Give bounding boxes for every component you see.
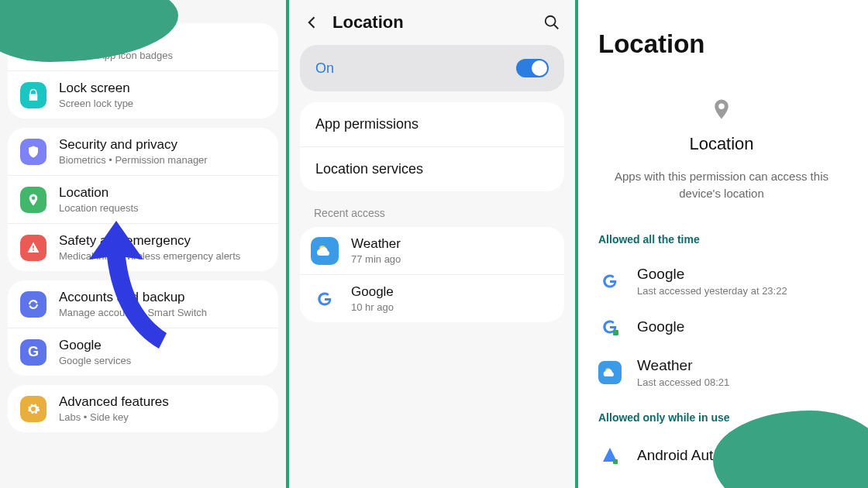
settings-item-lock-screen[interactable]: Lock screen Screen lock type — [8, 70, 278, 119]
settings-item-sub: Google services — [59, 355, 266, 366]
allowed-all-time-header: Allowed all the time — [598, 233, 845, 246]
settings-item-title: Home screen — [59, 33, 266, 48]
google-icon: G — [20, 339, 46, 366]
permission-panel: Location Location Apps with this permiss… — [578, 0, 865, 488]
location-panel: Location On App permissions Location ser… — [289, 0, 578, 488]
recent-access-item[interactable]: Weather 77 min ago — [300, 227, 564, 274]
recent-app-name: Google — [351, 284, 394, 300]
settings-item-security[interactable]: Security and privacy Biometrics • Permis… — [8, 128, 278, 175]
permission-app-name: Android Auto — [637, 447, 722, 464]
permission-app-name: Google — [637, 318, 684, 335]
recent-access-header: Recent access — [300, 202, 564, 227]
android-auto-icon — [598, 444, 622, 467]
settings-item-safety[interactable]: Safety and emergency Medical info • Wire… — [8, 223, 278, 271]
permission-app-row[interactable]: Google Last accessed yesterday at 23:22 — [598, 256, 845, 306]
location-toggle-switch[interactable] — [516, 59, 549, 77]
settings-item-title: Advanced features — [59, 394, 266, 410]
page-title: Location — [332, 12, 542, 33]
lock-icon — [20, 82, 46, 108]
app-permissions-label: App permissions — [315, 116, 549, 132]
location-services-label: Location services — [315, 161, 549, 177]
google-app-icon — [598, 270, 622, 293]
permission-heading: Location — [598, 134, 845, 154]
svg-rect-2 — [613, 330, 618, 335]
settings-item-google[interactable]: G Google Google services — [8, 328, 278, 376]
svg-point-0 — [546, 16, 556, 26]
recent-access-item[interactable]: Google 10 hr ago — [300, 274, 564, 322]
google-app-icon — [311, 285, 339, 313]
settings-item-title: Security and privacy — [59, 137, 266, 153]
settings-item-sub: Layout • App icon badges — [59, 50, 266, 61]
pin-icon — [20, 187, 46, 213]
settings-item-sub: Biometrics • Permission manager — [59, 154, 266, 166]
settings-item-title: Accounts and backup — [59, 290, 266, 305]
permission-app-sub: Last accessed yesterday at 23:22 — [637, 285, 787, 297]
settings-panel: Home screen Layout • App icon badges Loc… — [0, 0, 289, 488]
settings-item-accounts[interactable]: Accounts and backup Manage accounts • Sm… — [8, 280, 278, 328]
settings-item-sub: Medical info • Wireless emergency alerts — [59, 250, 266, 262]
location-pin-icon — [598, 98, 845, 126]
allowed-while-in-use-header: Allowed only while in use — [598, 411, 845, 424]
recent-app-name: Weather — [351, 236, 401, 252]
search-button[interactable] — [542, 13, 561, 32]
back-button[interactable] — [303, 13, 322, 32]
sync-icon — [20, 291, 46, 318]
app-permissions-row[interactable]: App permissions — [300, 102, 564, 146]
gear-icon — [20, 396, 46, 422]
settings-item-home-screen[interactable]: Home screen Layout • App icon badges — [8, 23, 278, 70]
settings-item-sub: Screen lock type — [59, 98, 266, 109]
alert-icon — [20, 235, 46, 261]
location-on-label: On — [315, 60, 516, 77]
settings-item-sub: Manage accounts • Smart Switch — [59, 307, 266, 318]
permission-app-name: Google — [637, 266, 787, 283]
recent-app-time: 10 hr ago — [351, 301, 394, 313]
settings-item-advanced[interactable]: Advanced features Labs • Side key — [8, 385, 278, 432]
shield-icon — [20, 139, 46, 165]
home-icon — [20, 34, 46, 60]
google-app-icon — [598, 315, 622, 339]
permission-app-sub: Last accessed 08:21 — [637, 376, 729, 388]
location-toggle-row[interactable]: On — [300, 45, 564, 91]
recent-app-time: 77 min ago — [351, 253, 401, 265]
settings-item-title: Lock screen — [59, 81, 266, 96]
settings-item-title: Google — [59, 338, 266, 353]
settings-item-title: Location — [59, 185, 266, 201]
permission-app-name: Weather — [637, 357, 729, 374]
location-services-row[interactable]: Location services — [300, 146, 564, 191]
settings-item-sub: Location requests — [59, 202, 266, 214]
permission-app-row[interactable]: Google — [598, 306, 845, 348]
page-title: Location — [598, 29, 845, 59]
settings-item-sub: Labs • Side key — [59, 411, 266, 423]
weather-app-icon — [311, 237, 339, 265]
permission-description: Apps with this permission can access thi… — [598, 168, 845, 202]
weather-app-icon — [598, 361, 622, 384]
permission-app-row[interactable]: Weather Last accessed 08:21 — [598, 348, 845, 397]
settings-item-location[interactable]: Location Location requests — [8, 175, 278, 223]
permission-app-row[interactable]: Android Auto — [598, 435, 845, 476]
svg-rect-4 — [613, 459, 618, 464]
settings-item-title: Safety and emergency — [59, 233, 266, 249]
